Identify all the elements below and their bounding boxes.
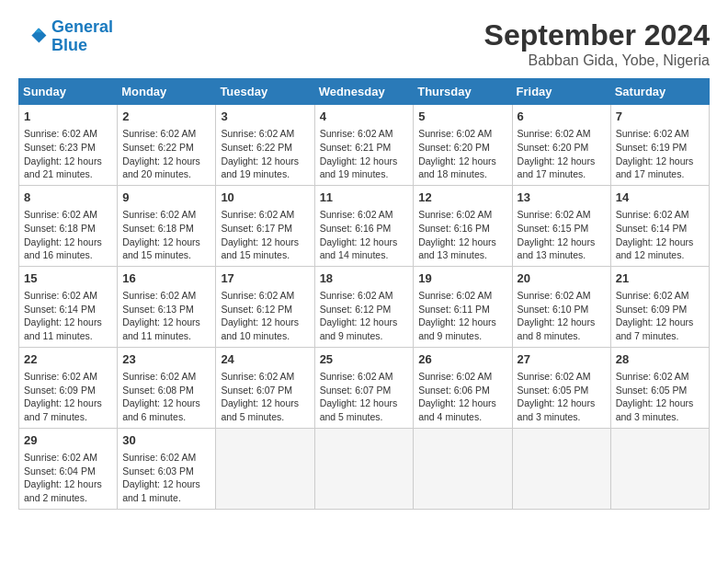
- header-thursday: Thursday: [414, 79, 512, 105]
- logo-line1: General: [51, 17, 113, 36]
- calendar-cell: 25Sunrise: 6:02 AMSunset: 6:07 PMDayligh…: [314, 347, 414, 428]
- header-monday: Monday: [118, 79, 216, 105]
- day-number: 20: [518, 270, 606, 287]
- calendar-cell: 9Sunrise: 6:02 AMSunset: 6:18 PMDaylight…: [118, 185, 216, 266]
- day-info: Sunrise: 6:02 AMSunset: 6:15 PMDaylight:…: [518, 209, 596, 260]
- day-info: Sunrise: 6:02 AMSunset: 6:17 PMDaylight:…: [221, 209, 299, 260]
- calendar-cell: 7Sunrise: 6:02 AMSunset: 6:19 PMDaylight…: [610, 105, 709, 186]
- day-info: Sunrise: 6:02 AMSunset: 6:16 PMDaylight:…: [320, 209, 398, 260]
- calendar-cell: 2Sunrise: 6:02 AMSunset: 6:22 PMDaylight…: [118, 105, 216, 186]
- calendar-row: 29Sunrise: 6:02 AMSunset: 6:04 PMDayligh…: [19, 428, 710, 509]
- calendar-cell: [414, 428, 512, 509]
- day-number: 18: [320, 270, 409, 287]
- calendar-row: 15Sunrise: 6:02 AMSunset: 6:14 PMDayligh…: [19, 266, 710, 347]
- day-info: Sunrise: 6:02 AMSunset: 6:09 PMDaylight:…: [616, 290, 694, 341]
- day-info: Sunrise: 6:02 AMSunset: 6:18 PMDaylight:…: [24, 209, 102, 260]
- calendar-cell: 8Sunrise: 6:02 AMSunset: 6:18 PMDaylight…: [19, 185, 118, 266]
- day-number: 11: [320, 190, 409, 206]
- logo: General Blue: [18, 18, 113, 55]
- day-info: Sunrise: 6:02 AMSunset: 6:03 PMDaylight:…: [122, 452, 200, 503]
- day-number: 21: [616, 270, 704, 287]
- calendar-cell: 23Sunrise: 6:02 AMSunset: 6:08 PMDayligh…: [118, 347, 216, 428]
- header-sunday: Sunday: [19, 79, 118, 105]
- day-number: 16: [122, 270, 210, 287]
- day-info: Sunrise: 6:02 AMSunset: 6:13 PMDaylight:…: [122, 290, 200, 341]
- calendar-cell: [512, 428, 610, 509]
- day-number: 3: [221, 109, 309, 125]
- calendar-cell: 29Sunrise: 6:02 AMSunset: 6:04 PMDayligh…: [19, 428, 118, 509]
- day-number: 13: [518, 190, 606, 206]
- day-info: Sunrise: 6:02 AMSunset: 6:05 PMDaylight:…: [518, 371, 596, 422]
- calendar-cell: 5Sunrise: 6:02 AMSunset: 6:20 PMDaylight…: [414, 105, 512, 186]
- day-info: Sunrise: 6:02 AMSunset: 6:14 PMDaylight:…: [616, 209, 694, 260]
- day-info: Sunrise: 6:02 AMSunset: 6:06 PMDaylight:…: [418, 371, 496, 422]
- calendar-cell: 26Sunrise: 6:02 AMSunset: 6:06 PMDayligh…: [414, 347, 512, 428]
- calendar-cell: 6Sunrise: 6:02 AMSunset: 6:20 PMDaylight…: [512, 105, 610, 186]
- day-number: 28: [616, 351, 704, 368]
- calendar-cell: 22Sunrise: 6:02 AMSunset: 6:09 PMDayligh…: [19, 347, 118, 428]
- location-title: Babban Gida, Yobe, Nigeria: [484, 52, 710, 69]
- day-number: 30: [122, 432, 210, 449]
- page-header: General Blue September 2024 Babban Gida,…: [18, 18, 710, 69]
- month-title: September 2024: [484, 18, 710, 52]
- title-section: September 2024 Babban Gida, Yobe, Nigeri…: [484, 18, 710, 69]
- day-number: 6: [518, 109, 606, 125]
- calendar-row: 22Sunrise: 6:02 AMSunset: 6:09 PMDayligh…: [19, 347, 710, 428]
- day-number: 1: [24, 109, 112, 125]
- day-info: Sunrise: 6:02 AMSunset: 6:22 PMDaylight:…: [122, 128, 200, 179]
- day-info: Sunrise: 6:02 AMSunset: 6:20 PMDaylight:…: [418, 128, 496, 179]
- day-number: 2: [122, 109, 210, 125]
- calendar-row: 1Sunrise: 6:02 AMSunset: 6:23 PMDaylight…: [19, 105, 710, 186]
- day-info: Sunrise: 6:02 AMSunset: 6:14 PMDaylight:…: [24, 290, 102, 341]
- day-info: Sunrise: 6:02 AMSunset: 6:18 PMDaylight:…: [122, 209, 200, 260]
- header-friday: Friday: [512, 79, 610, 105]
- calendar-cell: 15Sunrise: 6:02 AMSunset: 6:14 PMDayligh…: [19, 266, 118, 347]
- day-number: 14: [616, 190, 704, 206]
- day-number: 27: [518, 351, 606, 368]
- day-info: Sunrise: 6:02 AMSunset: 6:16 PMDaylight:…: [418, 209, 496, 260]
- day-number: 24: [221, 351, 309, 368]
- day-number: 4: [320, 109, 409, 125]
- day-number: 10: [221, 190, 309, 206]
- logo-icon: [18, 22, 48, 52]
- calendar-cell: 13Sunrise: 6:02 AMSunset: 6:15 PMDayligh…: [512, 185, 610, 266]
- calendar-cell: 10Sunrise: 6:02 AMSunset: 6:17 PMDayligh…: [216, 185, 314, 266]
- day-info: Sunrise: 6:02 AMSunset: 6:11 PMDaylight:…: [418, 290, 496, 341]
- header-wednesday: Wednesday: [314, 79, 414, 105]
- day-number: 19: [418, 270, 506, 287]
- day-number: 5: [418, 109, 506, 125]
- calendar-cell: 14Sunrise: 6:02 AMSunset: 6:14 PMDayligh…: [610, 185, 709, 266]
- calendar-cell: [610, 428, 709, 509]
- day-info: Sunrise: 6:02 AMSunset: 6:20 PMDaylight:…: [518, 128, 596, 179]
- day-number: 29: [24, 432, 112, 449]
- header-saturday: Saturday: [610, 79, 709, 105]
- calendar-cell: [314, 428, 414, 509]
- day-number: 23: [122, 351, 210, 368]
- day-number: 9: [122, 190, 210, 206]
- weekday-header-row: Sunday Monday Tuesday Wednesday Thursday…: [19, 79, 710, 105]
- logo-text: General Blue: [51, 18, 113, 55]
- calendar-cell: 1Sunrise: 6:02 AMSunset: 6:23 PMDaylight…: [19, 105, 118, 186]
- day-info: Sunrise: 6:02 AMSunset: 6:19 PMDaylight:…: [616, 128, 694, 179]
- logo-line2: Blue: [51, 36, 87, 54]
- day-info: Sunrise: 6:02 AMSunset: 6:04 PMDaylight:…: [24, 452, 102, 503]
- day-number: 22: [24, 351, 112, 368]
- calendar-cell: 21Sunrise: 6:02 AMSunset: 6:09 PMDayligh…: [610, 266, 709, 347]
- calendar-cell: 17Sunrise: 6:02 AMSunset: 6:12 PMDayligh…: [216, 266, 314, 347]
- day-info: Sunrise: 6:02 AMSunset: 6:05 PMDaylight:…: [616, 371, 694, 422]
- day-number: 12: [418, 190, 506, 206]
- calendar-cell: 24Sunrise: 6:02 AMSunset: 6:07 PMDayligh…: [216, 347, 314, 428]
- calendar-row: 8Sunrise: 6:02 AMSunset: 6:18 PMDaylight…: [19, 185, 710, 266]
- calendar-cell: 16Sunrise: 6:02 AMSunset: 6:13 PMDayligh…: [118, 266, 216, 347]
- header-tuesday: Tuesday: [216, 79, 314, 105]
- day-info: Sunrise: 6:02 AMSunset: 6:07 PMDaylight:…: [320, 371, 398, 422]
- calendar-cell: 4Sunrise: 6:02 AMSunset: 6:21 PMDaylight…: [314, 105, 414, 186]
- day-info: Sunrise: 6:02 AMSunset: 6:10 PMDaylight:…: [518, 290, 596, 341]
- calendar-cell: 19Sunrise: 6:02 AMSunset: 6:11 PMDayligh…: [414, 266, 512, 347]
- day-info: Sunrise: 6:02 AMSunset: 6:09 PMDaylight:…: [24, 371, 102, 422]
- day-info: Sunrise: 6:02 AMSunset: 6:12 PMDaylight:…: [221, 290, 299, 341]
- day-info: Sunrise: 6:02 AMSunset: 6:23 PMDaylight:…: [24, 128, 102, 179]
- day-info: Sunrise: 6:02 AMSunset: 6:08 PMDaylight:…: [122, 371, 200, 422]
- day-number: 7: [616, 109, 704, 125]
- day-info: Sunrise: 6:02 AMSunset: 6:22 PMDaylight:…: [221, 128, 299, 179]
